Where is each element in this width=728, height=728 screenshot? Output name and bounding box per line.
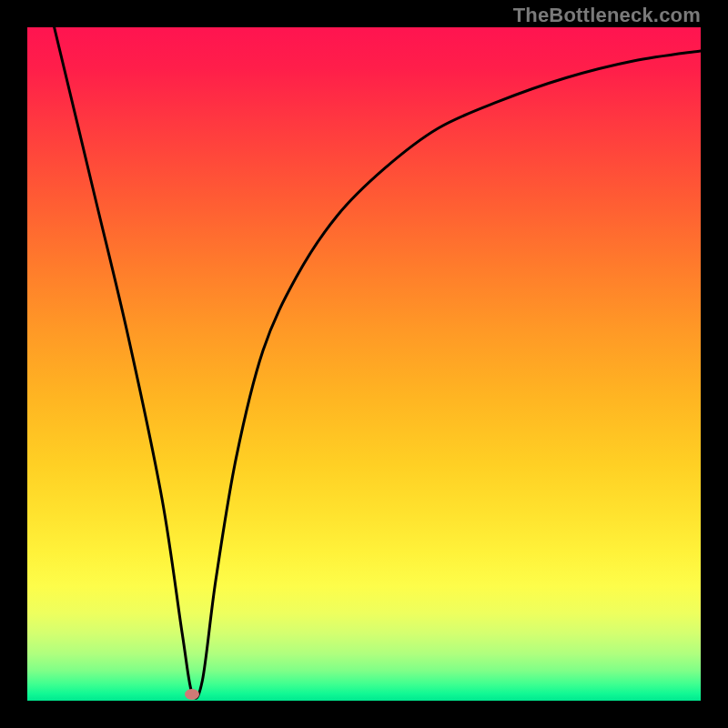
minimum-marker — [185, 689, 199, 700]
watermark-label: TheBottleneck.com — [513, 4, 701, 27]
chart-frame: TheBottleneck.com — [0, 0, 728, 728]
bottleneck-curve — [55, 27, 701, 698]
plot-area — [27, 27, 701, 701]
curve-layer — [27, 27, 701, 701]
